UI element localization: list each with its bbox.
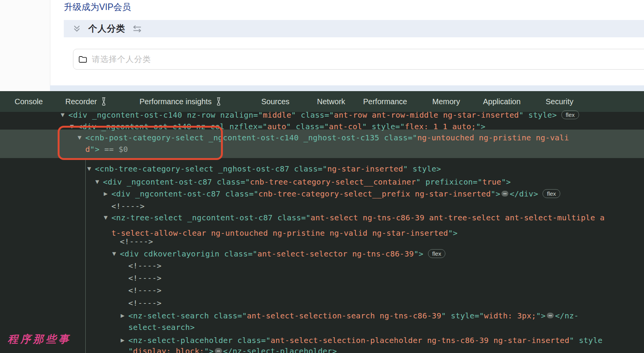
dom-token: <nz-select-placeholder class=": [128, 336, 271, 345]
dom-token: <nz-select-search class=": [128, 311, 247, 320]
dom-token: <!---->: [128, 298, 161, 308]
collapse-arrow-icon[interactable]: ▼: [61, 109, 65, 121]
dom-token: select-search>: [128, 323, 195, 332]
dom-token: <nz-tree-select _ngcontent-ost-c87 class…: [111, 213, 310, 222]
dom-token: ng-star-inserted: [327, 164, 403, 173]
dom-tree-row[interactable]: <!---->: [0, 200, 644, 212]
more-content-button[interactable]: ⋯: [501, 191, 508, 196]
dom-token: ">: [536, 311, 546, 320]
dom-tree-row[interactable]: ▼<div _ngcontent-ost-c87 class="cnb-tree…: [0, 176, 644, 188]
flex-badge[interactable]: flex: [428, 249, 445, 258]
dom-tree-row[interactable]: ▼<div _ngcontent-ost-c140 nz-row nzalign…: [0, 109, 644, 121]
panel-divider: [85, 158, 86, 353]
more-content-button[interactable]: ⋯: [215, 348, 222, 353]
dom-token: ant-select ng-tns-c86-39 ant-tree-select…: [310, 213, 604, 222]
dom-tree-row[interactable]: <!---->: [0, 297, 644, 309]
dom-tree-row[interactable]: ▶<div _ngcontent-ost-c87 class="cnb-tree…: [0, 188, 644, 200]
dom-token: ant-row ant-row-middle ng-star-inserted: [334, 110, 519, 120]
dom-tree-row[interactable]: ▼<div cdkoverlayorigin class="ant-select…: [0, 248, 644, 260]
watermark: 程序那些事: [8, 332, 71, 346]
dom-token: ant-select-selection-search ng-tns-c86-3…: [247, 311, 442, 320]
dom-token: ">: [414, 249, 423, 258]
dom-token: " class=": [286, 122, 329, 131]
dom-token: ant-col: [329, 122, 362, 131]
dom-token: ">: [204, 346, 214, 353]
dom-token: <div _ngcontent-ost-c87 class=": [103, 177, 250, 186]
collapse-arrow-icon[interactable]: ▼: [87, 163, 91, 175]
dom-tree-row[interactable]: ▼<cnb-post-category-select _ngcontent-os…: [0, 132, 644, 143]
dom-tree-row[interactable]: <!---->: [0, 260, 644, 271]
dom-token: ">: [491, 189, 500, 198]
dom-token: <div _ngcontent-ost-c87 class=": [111, 189, 259, 198]
dom-tree-row[interactable]: ▼<nz-tree-select _ngcontent-ost-c87 clas…: [0, 212, 644, 223]
dom-token: d: [85, 145, 90, 154]
dom-token: <div _ngcontent-ost-c140 nz-col nzflex=": [78, 122, 267, 131]
dom-token: " class=": [291, 110, 334, 120]
expand-arrow-icon[interactable]: ▶: [104, 188, 108, 200]
dom-token: <!---->: [120, 237, 153, 246]
dom-token: " style>: [403, 164, 441, 173]
expand-arrow-icon[interactable]: ▶: [121, 335, 124, 346]
dom-token: <!---->: [111, 201, 144, 211]
collapse-arrow-icon[interactable]: ▼: [95, 176, 99, 188]
dom-token: ">: [90, 145, 104, 154]
collapse-arrow-icon[interactable]: ▼: [104, 212, 108, 223]
dom-token: middle: [263, 110, 291, 120]
dom-tree-row[interactable]: ▼<cnb-tree-category-select _nghost-ost-c…: [0, 163, 644, 175]
dom-token: </div>: [510, 189, 538, 198]
dom-token: == $0: [104, 145, 128, 154]
dom-token: flex: 1 1 auto;: [405, 122, 476, 131]
collapse-arrow-icon[interactable]: ▼: [78, 132, 81, 143]
dom-token: <div cdkoverlayorigin class=": [120, 249, 257, 258]
dom-token: cnb-tree-category-select__container: [250, 177, 416, 186]
dom-tree-row[interactable]: select-search>: [0, 321, 644, 333]
dom-token: ant-select-selector ng-tns-c86-39: [257, 249, 414, 258]
dom-tree-row[interactable]: ▶<nz-select-placeholder class="ant-selec…: [0, 335, 644, 346]
dom-token: " prefixicon=": [416, 177, 483, 186]
dom-tree-row[interactable]: <!---->: [0, 285, 644, 296]
dom-tree: ▼<div _ngcontent-ost-c140 nz-row nzalign…: [0, 0, 644, 353]
dom-token: ">: [501, 177, 511, 186]
dom-token: ant-select-selection-placeholder ng-tns-…: [271, 336, 569, 345]
dom-token: cnb-tree-category-select__prefix ng-star…: [259, 189, 491, 198]
dom-tree-row[interactable]: d"> == $0: [0, 143, 644, 155]
collapse-arrow-icon[interactable]: ▼: [112, 248, 116, 260]
dom-token: <!---->: [128, 261, 161, 270]
dom-tree-row[interactable]: ▶<nz-select-search class="ant-select-sel…: [0, 310, 644, 321]
dom-token: true: [482, 177, 501, 186]
flex-badge[interactable]: flex: [543, 189, 560, 198]
dom-token: ": [128, 346, 133, 353]
dom-token: display: block;: [133, 346, 204, 353]
dom-token: width: 3px;: [484, 311, 536, 320]
dom-tree-row[interactable]: <!---->: [0, 272, 644, 284]
collapse-arrow-icon[interactable]: ▼: [70, 121, 74, 132]
dom-token: ">: [476, 122, 486, 131]
dom-tree-row[interactable]: ▼<div _ngcontent-ost-c140 nz-col nzflex=…: [0, 121, 644, 132]
dom-tree-row[interactable]: "display: block;">⋯</nz-select-placehold…: [0, 345, 644, 353]
dom-token: " style=": [442, 311, 484, 320]
dom-token: " style=": [362, 122, 405, 131]
dom-token: auto: [267, 122, 286, 131]
dom-token: <!---->: [128, 286, 161, 295]
expand-arrow-icon[interactable]: ▶: [121, 310, 124, 321]
dom-token: ng-untouched ng-pristine ng-vali: [417, 133, 569, 142]
dom-token: <div _ngcontent-ost-c140 nz-row nzalign=…: [68, 110, 263, 120]
dom-token: <cnb-post-category-select _ngcontent-ost…: [85, 133, 417, 142]
dom-token: <cnb-tree-category-select _nghost-ost-c8…: [95, 164, 327, 173]
dom-token: " style>: [519, 110, 557, 120]
dom-token: </nz-select-placeholder>: [223, 346, 337, 353]
dom-token: <!---->: [128, 273, 161, 283]
more-content-button[interactable]: ⋯: [547, 313, 554, 318]
flex-badge[interactable]: flex: [561, 110, 579, 119]
dom-tree-row[interactable]: <!---->: [0, 236, 644, 247]
dom-token: </nz-: [555, 311, 579, 320]
dom-token: " style: [569, 336, 603, 345]
